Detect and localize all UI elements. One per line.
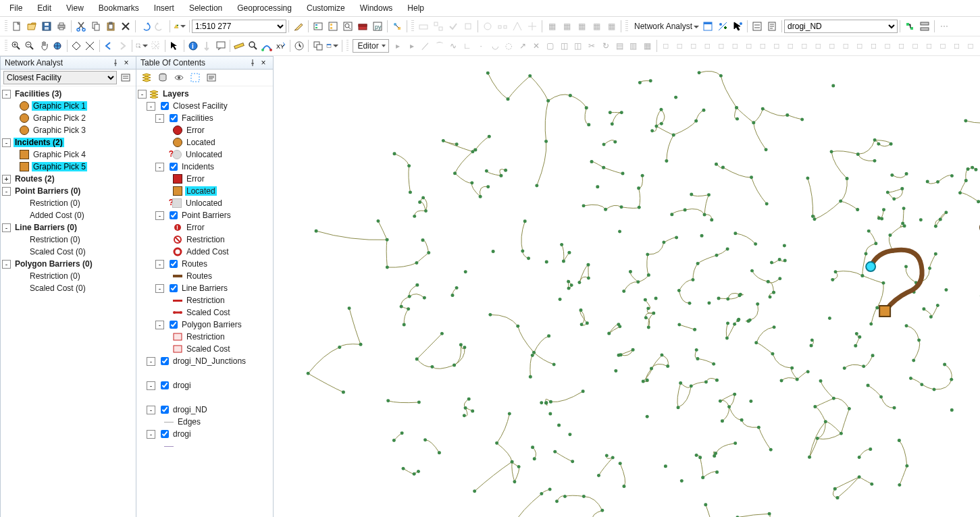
tree-group[interactable]: -Point Barriers (0): [2, 185, 134, 197]
map-scale-select[interactable]: 1:510 277: [192, 20, 286, 33]
time-slider-icon[interactable]: [293, 39, 306, 53]
tree-item[interactable]: Edges: [138, 416, 272, 428]
toolbar-grip-icon[interactable]: [5, 40, 7, 52]
python-window-icon[interactable]: py: [371, 20, 384, 33]
tree-item[interactable]: [138, 367, 272, 379]
tree-item[interactable]: Scaled Cost (0): [2, 246, 134, 258]
back-extent-icon[interactable]: [103, 39, 115, 53]
tree-item[interactable]: Error: [138, 173, 272, 185]
tree-group[interactable]: -Polygon Barriers (0): [2, 258, 134, 270]
paste-icon[interactable]: [104, 20, 118, 33]
list-by-drawing-order-icon[interactable]: [140, 71, 153, 84]
toc-tree[interactable]: -Layers-Closest Facility-FacilitiesError…: [136, 86, 273, 517]
copy-icon[interactable]: [89, 20, 103, 33]
menu-help[interactable]: Help: [401, 1, 431, 15]
na-tree[interactable]: -Facilities (3)Graphic Pick 1Graphic Pic…: [1, 86, 136, 517]
tree-group[interactable]: -Incidents (2): [2, 136, 134, 148]
expand-icon[interactable]: -: [2, 260, 11, 269]
expand-icon[interactable]: -: [155, 284, 164, 293]
tree-item[interactable]: Restriction: [138, 294, 272, 306]
tree-item[interactable]: ?Unlocated: [138, 148, 272, 161]
layers-root[interactable]: -Layers: [138, 88, 272, 100]
expand-icon[interactable]: -: [155, 321, 164, 329]
toc-icon[interactable]: [311, 20, 325, 33]
tree-item[interactable]: [138, 391, 272, 404]
create-network-location-icon[interactable]: [716, 20, 729, 33]
full-extent-icon[interactable]: [51, 39, 64, 53]
menu-insert[interactable]: Insert: [147, 1, 181, 15]
menu-view[interactable]: View: [59, 1, 91, 15]
go-to-xy-icon[interactable]: XY: [274, 39, 287, 53]
na-window-icon[interactable]: [701, 20, 715, 33]
open-icon[interactable]: [25, 20, 38, 33]
expand-icon[interactable]: -: [147, 357, 155, 366]
viewer-window2-icon[interactable]: [326, 39, 339, 53]
fixed-zoom-out-icon[interactable]: [84, 39, 97, 53]
expand-icon[interactable]: -: [155, 211, 164, 220]
tree-item[interactable]: Scaled Cost: [138, 343, 272, 355]
delete-icon[interactable]: [119, 20, 132, 33]
tree-group[interactable]: -Facilities (3): [2, 88, 134, 100]
undo-icon[interactable]: [138, 20, 152, 33]
close-icon[interactable]: ×: [259, 59, 267, 67]
tree-item[interactable]: -Facilities: [138, 112, 272, 124]
tree-item[interactable]: Graphic Pick 3: [2, 124, 134, 136]
fixed-zoom-in-icon[interactable]: [70, 39, 83, 53]
expand-icon[interactable]: -: [147, 430, 155, 439]
tree-group[interactable]: -Line Barriers (0): [2, 221, 134, 234]
tree-item[interactable]: -Closest Facility: [138, 100, 272, 112]
na-options-icon[interactable]: [918, 20, 931, 33]
menu-geoprocessing[interactable]: Geoprocessing: [230, 1, 299, 15]
editor-toolbar-btn[interactable]: [292, 20, 305, 33]
expand-icon[interactable]: -: [147, 102, 155, 111]
tree-item[interactable]: -drogi_ND_Junctions: [138, 355, 272, 367]
tree-item[interactable]: -Routes: [138, 258, 272, 270]
expand-icon[interactable]: -: [147, 406, 155, 414]
network-dataset-select[interactable]: drogi_ND: [784, 20, 898, 33]
tree-item[interactable]: Restriction (0): [2, 197, 134, 209]
menu-selection[interactable]: Selection: [182, 1, 229, 15]
tree-item[interactable]: -Incidents: [138, 161, 272, 173]
html-popup-icon[interactable]: [214, 39, 227, 53]
list-by-visibility-icon[interactable]: [172, 71, 186, 84]
layer-visibility-checkbox[interactable]: [170, 114, 178, 122]
toolbar-grip-icon[interactable]: [625, 20, 628, 32]
tree-item[interactable]: ?Unlocated: [138, 197, 272, 209]
layer-visibility-checkbox[interactable]: [161, 357, 169, 365]
pan-icon[interactable]: [38, 39, 51, 53]
tree-item[interactable]: Added Cost: [138, 246, 272, 258]
tree-item[interactable]: Restriction (0): [2, 270, 134, 282]
toolbar-grip-icon[interactable]: [5, 20, 7, 32]
layer-visibility-checkbox[interactable]: [161, 430, 169, 438]
save-icon[interactable]: [40, 20, 53, 33]
tree-item[interactable]: Routes: [138, 270, 272, 282]
menu-windows[interactable]: Windows: [353, 1, 400, 15]
find-route-icon[interactable]: [261, 39, 274, 53]
list-by-source-icon[interactable]: [156, 71, 170, 84]
select-move-network-loc-icon[interactable]: [731, 20, 744, 33]
expand-icon[interactable]: -: [2, 223, 11, 232]
tree-item[interactable]: Graphic Pick 2: [2, 112, 134, 124]
panel-header[interactable]: Network Analyst ×: [1, 57, 136, 70]
expand-icon[interactable]: -: [138, 90, 147, 99]
layer-visibility-checkbox[interactable]: [161, 381, 169, 389]
close-icon[interactable]: ×: [122, 59, 130, 67]
zoom-in-icon[interactable]: [10, 39, 23, 53]
na-layer-props-icon[interactable]: [119, 71, 132, 84]
tree-item[interactable]: Graphic Pick 4: [2, 148, 134, 161]
new-icon[interactable]: [10, 20, 24, 33]
toolbar-grip-icon[interactable]: [411, 20, 414, 32]
list-by-selection-icon[interactable]: [188, 71, 202, 84]
map-canvas[interactable]: [274, 56, 980, 517]
options-icon[interactable]: [205, 71, 218, 84]
layer-visibility-checkbox[interactable]: [170, 163, 178, 171]
tree-item[interactable]: -Point Barriers: [138, 209, 272, 221]
expand-icon[interactable]: -: [2, 138, 11, 147]
layer-visibility-checkbox[interactable]: [161, 406, 169, 414]
editor-menu[interactable]: Editor: [353, 39, 388, 53]
expand-icon[interactable]: -: [147, 381, 155, 390]
menu-file[interactable]: File: [3, 1, 29, 15]
expand-icon[interactable]: -: [155, 163, 164, 171]
tree-item[interactable]: Error: [138, 124, 272, 136]
tree-item[interactable]: Graphic Pick 1: [2, 100, 134, 112]
